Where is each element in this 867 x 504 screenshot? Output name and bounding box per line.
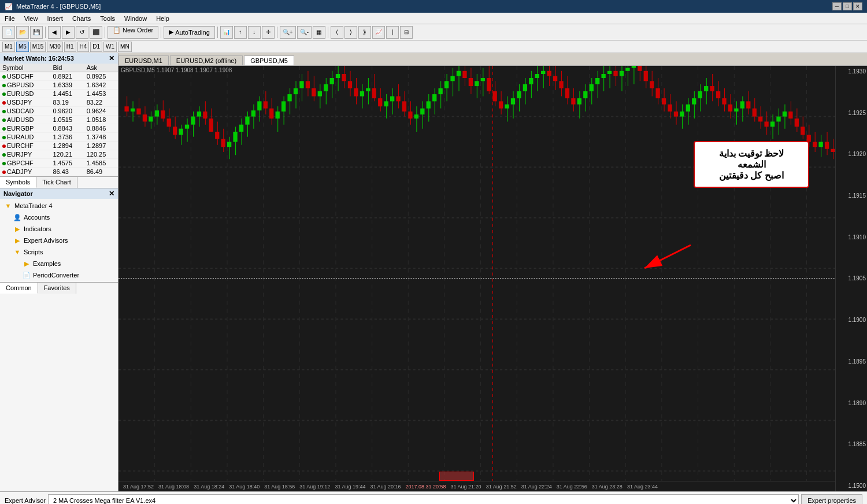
chart-canvas[interactable]: GBPUSD,M5 1.1907 1.1908 1.1907 1.1908 [118,66,867,491]
svg-rect-154 [499,101,503,108]
menu-help[interactable]: Help [151,14,174,23]
arrow-down-button[interactable]: ↓ [248,26,261,39]
svg-rect-178 [571,98,575,105]
minimize-button[interactable]: ─ [832,2,842,10]
template-button[interactable]: ⊟ [400,26,413,39]
new-order-button[interactable]: 📋 New Order [108,26,158,39]
svg-rect-228 [722,98,726,105]
svg-rect-132 [432,94,436,101]
maximize-button[interactable]: □ [843,2,852,10]
tf-h4[interactable]: H4 [77,42,90,52]
market-watch-row[interactable]: EURCHF 1.2894 1.2897 [0,142,118,150]
svg-rect-38 [149,117,153,122]
new-chart-button[interactable]: 📄 [2,26,15,39]
tab-favorites[interactable]: Favorites [38,283,76,294]
market-watch-row[interactable]: EURAUD 1.3736 1.3748 [0,133,118,142]
svg-rect-230 [728,105,732,112]
close-button[interactable]: ✕ [853,2,862,10]
tf-w1[interactable]: W1 [103,42,117,52]
forward-button[interactable]: ▶ [62,26,75,39]
market-watch-row[interactable]: USDCHF 0.8921 0.8925 [0,72,118,81]
nav-item-accounts[interactable]: 👤 Accounts [1,212,117,223]
symbol-dot [2,171,6,174]
nav-item-expert-advisors[interactable]: ▶ Expert Advisors [1,235,117,246]
svg-rect-30 [124,106,128,112]
tf-h1[interactable]: H1 [64,42,76,52]
toolbar: 📄 📂 💾 ◀ ▶ ↺ ⬛ 📋 New Order ▶ AutoTrading … [0,24,867,40]
chart-shift-left[interactable]: ⟨ [331,26,343,39]
chart-shift-right[interactable]: ⟩ [344,26,357,39]
indicator-button[interactable]: 📈 [372,26,385,39]
timeframe-toolbar: M1 M5 M15 M30 H1 H4 D1 W1 MN [0,40,867,53]
mw-symbol: EURCHF [0,142,50,150]
chart-tab-gbpusd-m5[interactable]: GBPUSD,M5 [244,55,294,65]
menu-file[interactable]: File [0,14,20,23]
menu-insert[interactable]: Insert [42,14,68,23]
arrow-up-button[interactable]: ↑ [234,26,247,39]
crosshair-button[interactable]: ✛ [262,26,275,39]
market-watch-row[interactable]: CADJPY 86.43 86.49 [0,168,118,176]
price-4: 1.1915 [837,192,866,199]
svg-rect-92 [312,88,316,97]
chart-type-button[interactable]: ▦ [313,26,325,39]
mw-bid: 1.0515 [50,116,84,124]
mw-ask: 83.22 [84,98,118,107]
nav-item-scripts[interactable]: ▼ Scripts [1,246,117,258]
tf-m30[interactable]: M30 [47,42,62,52]
market-watch-row[interactable]: USDCAD 0.9620 0.9624 [0,107,118,116]
autotrading-button[interactable]: ▶ AutoTrading [164,26,215,39]
chart-tab-eurusd-m2[interactable]: EURUSD,M2 (offline) [170,55,243,65]
tf-m5[interactable]: M5 [16,42,29,52]
tab-tick-chart[interactable]: Tick Chart [36,177,77,188]
menu-charts[interactable]: Charts [68,14,95,23]
annotation-line2: اصبح كل دقيقتين [703,170,799,181]
market-watch-close[interactable]: ✕ [109,54,114,62]
scroll-end[interactable]: ⟫ [358,26,371,39]
tf-m15[interactable]: M15 [30,42,46,52]
zoom-out-button[interactable]: 🔍- [297,26,312,39]
nav-item-metatrader4[interactable]: ▼ MetaTrader 4 [1,200,117,212]
back-button[interactable]: ◀ [48,26,61,39]
nav-item-examples[interactable]: ▶ Examples [1,258,117,269]
save-button[interactable]: 💾 [30,26,43,39]
expert-properties-button[interactable]: Expert properties [801,494,862,504]
nav-item-indicators[interactable]: ▶ Indicators [1,223,117,235]
market-watch-row[interactable]: GBPCHF 1.4575 1.4585 [0,159,118,168]
menu-tools[interactable]: Tools [95,14,120,23]
time-8: 31 Aug 20:16 [370,484,401,490]
menu-window[interactable]: Window [120,14,151,23]
refresh-button[interactable]: ↺ [76,26,88,39]
ea-dropdown[interactable]: 2 MA Crosses Mega filter EA V1.ex4 [48,494,799,504]
tf-mn[interactable]: MN [118,42,132,52]
svg-rect-214 [680,112,684,117]
stop-button[interactable]: ⬛ [90,26,102,39]
market-watch-row[interactable]: AUDUSD 1.0515 1.0518 [0,116,118,124]
svg-rect-238 [753,109,757,117]
tf-m1[interactable]: M1 [2,42,15,52]
svg-rect-216 [686,105,690,112]
period-sep-button[interactable]: | [386,26,399,39]
toolbar-separator-1 [45,27,46,38]
nav-item-period-converter[interactable]: 📄 PeriodConverter [1,269,117,281]
svg-rect-80 [276,112,280,118]
tab-common[interactable]: Common [0,283,38,294]
symbol-dot [2,118,6,122]
zoom-in-button[interactable]: 🔍+ [280,26,296,39]
market-watch-row[interactable]: USDJPY 83.19 83.22 [0,98,118,107]
svg-rect-212 [674,112,678,117]
nav-label-accounts: Accounts [24,214,50,221]
chart-tab-eurusd-m1[interactable]: EURUSD,M1 [118,55,169,65]
tab-symbols[interactable]: Symbols [0,177,36,188]
svg-rect-82 [281,101,286,112]
market-watch-row[interactable]: GBPUSD 1.6339 1.6342 [0,81,118,90]
market-watch-row[interactable]: EURGBP 0.8843 0.8846 [0,124,118,133]
market-watch-row[interactable]: EURUSD 1.4451 1.4453 [0,90,118,98]
menu-view[interactable]: View [20,14,43,23]
market-watch-row[interactable]: EURJPY 120.21 120.25 [0,150,118,159]
price-7: 1.1900 [837,317,866,323]
svg-rect-170 [547,71,551,76]
navigator-close[interactable]: ✕ [109,190,114,198]
open-button[interactable]: 📂 [16,26,29,39]
line-tool-button[interactable]: 📊 [220,26,233,39]
tf-d1[interactable]: D1 [90,42,102,52]
